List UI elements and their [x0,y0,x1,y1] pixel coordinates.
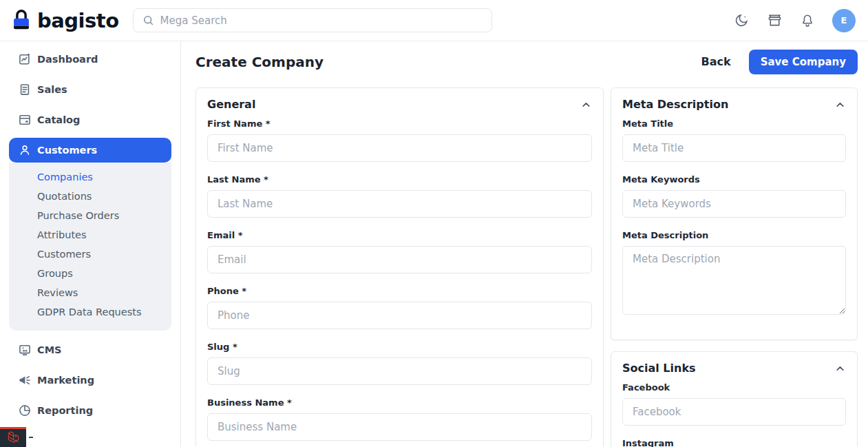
store-icon[interactable] [766,12,783,29]
meta-title-input[interactable] [622,134,846,162]
social-links-panel: Social Links Facebook Instagram [611,351,858,447]
field-meta-title: Meta Title [622,118,846,162]
collapse-social-chevron-up-icon[interactable] [834,362,846,375]
main-content: Create Company Back Save Company General… [182,41,868,447]
customers-submenu: Companies Quotations Purchase Orders Att… [9,163,171,331]
field-slug: Slug * [207,342,592,385]
collapse-general-chevron-up-icon[interactable] [580,98,592,111]
field-last-name: Last Name * [207,174,592,218]
sidebar-item-groups[interactable]: Groups [9,264,171,283]
slug-label: Slug * [207,342,592,352]
meta-keywords-label: Meta Keywords [622,174,846,185]
sidebar-item-label: Catalog [37,114,80,125]
sidebar-item-label: Reporting [37,405,93,416]
field-first-name: First Name * [207,118,592,162]
sidebar-item-customers-sub[interactable]: Customers [9,245,171,264]
business-name-input[interactable] [207,413,592,441]
sidebar-item-label: Dashboard [37,54,98,65]
email-label: Email * [207,230,592,240]
sidebar-item-label: CMS [37,344,62,355]
top-bar: bagisto [0,0,868,41]
marketing-megaphone-icon [18,373,32,387]
last-name-input[interactable] [207,190,592,218]
page-header: Create Company Back Save Company [195,49,858,74]
catalog-icon [18,113,32,127]
sidebar-item-cms[interactable]: CMS [0,335,180,365]
sidebar-item-purchase-orders[interactable]: Purchase Orders [9,206,171,225]
slug-input[interactable] [207,357,592,385]
sidebar-item-marketing[interactable]: Marketing [0,365,180,395]
sidebar-item-reporting[interactable]: Reporting [0,395,180,426]
sidebar-item-gdpr-data-requests[interactable]: GDPR Data Requests [9,302,171,322]
dark-mode-icon[interactable] [733,12,750,29]
sidebar-item-reviews[interactable]: Reviews [9,283,171,302]
collapse-meta-chevron-up-icon[interactable] [834,98,846,111]
sidebar-item-companies[interactable]: Companies [9,167,171,187]
field-facebook: Facebook [622,382,846,426]
meta-keywords-input[interactable] [622,190,846,218]
phone-input[interactable] [207,302,592,329]
meta-description-panel: Meta Description Meta Title Meta Keyword… [611,87,858,340]
facebook-input[interactable] [622,398,846,426]
cms-icon [18,343,32,357]
sidebar-item-dashboard[interactable]: Dashboard [0,44,180,74]
field-email: Email * [207,230,592,273]
debugbar-handle[interactable] [29,437,33,438]
bag-icon [11,6,32,35]
sidebar-item-label: Sales [37,84,67,95]
sidebar-item-label: Customers [37,145,97,156]
meta-description-textarea[interactable] [622,246,846,315]
general-panel: General First Name * Last Name * [195,87,604,447]
sidebar-item-label: Marketing [37,375,94,386]
sidebar-item-sales[interactable]: Sales [0,74,180,105]
logo-text: bagisto [37,9,119,32]
sidebar-nav: Dashboard Sales Catalog Customer [0,41,181,447]
social-panel-title: Social Links [622,362,696,375]
field-meta-keywords: Meta Keywords [622,174,846,218]
facebook-label: Facebook [622,382,846,393]
notifications-bell-icon[interactable] [799,12,816,29]
first-name-input[interactable] [207,134,592,162]
search-icon [142,14,155,27]
dashboard-icon [18,52,32,66]
laravel-icon [7,430,20,446]
reporting-pie-chart-icon [18,404,32,417]
bagisto-logo[interactable]: bagisto [11,6,119,35]
page-title: Create Company [195,54,324,70]
meta-description-label: Meta Description [622,230,846,240]
meta-title-label: Meta Title [622,118,846,129]
meta-panel-title: Meta Description [622,98,728,111]
save-company-button[interactable]: Save Company [749,50,858,74]
field-business-name: Business Name * [207,397,592,441]
user-avatar[interactable]: E [832,9,856,32]
business-name-label: Business Name * [207,397,592,408]
sidebar-item-customers[interactable]: Customers [9,138,171,163]
instagram-label: Instagram [622,438,846,447]
sidebar-item-catalog[interactable]: Catalog [0,105,180,135]
email-input[interactable] [207,246,592,273]
last-name-label: Last Name * [207,174,592,185]
sidebar-item-quotations[interactable]: Quotations [9,187,171,206]
sidebar-item-attributes[interactable]: Attributes [9,225,171,245]
first-name-label: First Name * [207,118,592,129]
search-input[interactable] [160,14,483,27]
field-phone: Phone * [207,286,592,329]
field-instagram: Instagram [622,438,846,447]
sales-icon [18,83,32,96]
laravel-debugbar-toggle[interactable] [0,427,26,447]
phone-label: Phone * [207,286,592,296]
field-meta-description: Meta Description [622,230,846,318]
mega-search[interactable] [133,8,492,32]
general-panel-title: General [207,98,255,111]
back-button[interactable]: Back [701,55,731,68]
customers-icon [18,143,32,157]
